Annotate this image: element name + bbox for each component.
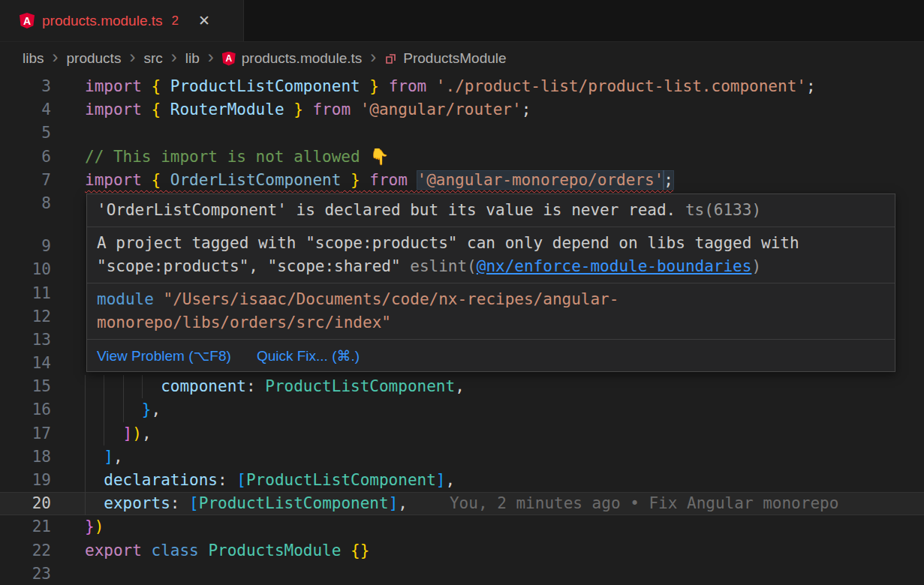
line-number[interactable]: 15 — [0, 375, 51, 398]
code-line-21[interactable]: 21}) — [0, 515, 924, 538]
code-token: : — [218, 471, 236, 489]
editor: 3import { ProductListComponent } from '.… — [0, 75, 924, 585]
code-token: [ — [189, 494, 199, 512]
hover-text-segment: "/Users/isaac/Documents/code/nx-recipes/… — [164, 290, 619, 308]
code-line-content: // This import is not allowed 👇 — [85, 146, 390, 169]
git-blame-annotation: You, 2 minutes ago • Fix Angular monorep… — [450, 494, 838, 512]
code-line-18[interactable]: 18 ], — [0, 446, 924, 469]
line-number[interactable]: 19 — [0, 469, 51, 492]
code-line-content: }) — [85, 515, 104, 538]
code-token: : — [170, 494, 189, 512]
code-line-content: declarations: [ProductListComponent], — [85, 469, 455, 492]
code-line-content: }, — [85, 398, 161, 422]
line-number[interactable]: 23 — [0, 562, 51, 585]
hover-text-segment: ts(6133) — [676, 201, 761, 219]
code-line-22[interactable]: 22export class ProductsModule {} — [0, 539, 924, 562]
breadcrumb-item-lib[interactable]: lib — [185, 50, 200, 67]
breadcrumb-label: libs — [23, 50, 44, 67]
breadcrumb-item-productsmodule[interactable]: ProductsModule — [384, 50, 506, 67]
line-number[interactable]: 9 — [0, 235, 51, 258]
indent-guide — [85, 398, 86, 422]
code-token: , — [142, 424, 152, 442]
line-number[interactable]: 5 — [0, 122, 51, 145]
breadcrumb-item-libs[interactable]: libs — [23, 50, 44, 67]
hover-text-segment: A project tagged with "scope:products" c… — [97, 234, 799, 252]
code-token: export — [85, 542, 152, 560]
hover-text-segment: "scope:products", "scope:shared" — [97, 257, 410, 275]
line-number[interactable]: 6 — [0, 146, 51, 169]
code-line-5[interactable]: 5 — [0, 122, 924, 145]
class-symbol-icon — [384, 52, 397, 65]
breadcrumb-separator: › — [207, 48, 215, 69]
code-line-19[interactable]: 19 declarations: [ProductListComponent], — [0, 469, 924, 492]
code-token: } — [341, 171, 360, 189]
indent-guide — [104, 422, 104, 446]
line-number[interactable]: 7 — [0, 169, 51, 192]
code-line-17[interactable]: 17 ]), — [0, 422, 924, 446]
code-token: { — [152, 100, 170, 118]
code-line-3[interactable]: 3import { ProductListComponent } from '.… — [0, 75, 924, 98]
line-number[interactable]: 3 — [0, 75, 51, 98]
line-number[interactable]: 12 — [0, 305, 51, 328]
code-token: ProductListComponent — [170, 77, 360, 95]
breadcrumb-separator: › — [128, 48, 136, 69]
code-line-15[interactable]: 15 component: ProductListComponent, — [0, 375, 924, 398]
code-line-content: import { ProductListComponent } from './… — [85, 75, 816, 98]
problems-count-badge: 2 — [172, 14, 179, 28]
line-number[interactable]: 4 — [0, 98, 51, 122]
code-token: ] — [436, 471, 446, 489]
breadcrumb-item-src[interactable]: src — [143, 50, 162, 67]
code-token: '@angular/router' — [360, 100, 522, 118]
breadcrumb-label: lib — [185, 50, 200, 67]
line-number[interactable]: 16 — [0, 398, 51, 422]
hover-text-segment: eslint( — [410, 257, 477, 275]
line-number[interactable]: 17 — [0, 422, 51, 446]
line-number[interactable]: 21 — [0, 515, 51, 538]
breadcrumb-item-products[interactable]: products — [67, 50, 122, 67]
eslint-rule-link[interactable]: @nx/enforce-module-boundaries — [477, 257, 752, 275]
line-number[interactable]: 20 — [0, 492, 51, 515]
code-line-content: ], — [85, 446, 123, 469]
line-number[interactable]: 18 — [0, 446, 51, 469]
hover-tooltip: 'OrderListComponent' is declared but its… — [86, 194, 895, 372]
indent-guide — [85, 422, 86, 446]
code-line-20[interactable]: 20 exports: [ProductListComponent],You, … — [0, 492, 924, 515]
line-number[interactable]: 14 — [0, 352, 51, 375]
view-problem-action[interactable]: View Problem (⌥F8) — [97, 347, 231, 364]
line-number[interactable]: 10 — [0, 258, 51, 281]
line-number[interactable]: 11 — [0, 282, 51, 305]
breadcrumb-item-products-module-ts[interactable]: Aproducts.module.ts — [222, 50, 363, 67]
code-line-content: exports: [ProductListComponent],You, 2 m… — [85, 492, 838, 515]
code-token: ) — [132, 424, 142, 442]
code-line-16[interactable]: 16 }, — [0, 398, 924, 422]
code-line-7[interactable]: 7import { OrderListComponent } from '@an… — [0, 169, 924, 192]
breadcrumb-separator: › — [170, 48, 178, 69]
code-token: './product-list/product-list.component' — [436, 77, 806, 95]
indent-guide — [104, 398, 104, 422]
line-number[interactable]: 13 — [0, 328, 51, 352]
code-token: } — [142, 400, 152, 418]
quick-fix-action[interactable]: Quick Fix... (⌘.) — [257, 347, 360, 364]
code-line-4[interactable]: 4import { RouterModule } from '@angular/… — [0, 98, 924, 122]
code-token — [341, 542, 351, 560]
breadcrumb-separator: › — [369, 48, 377, 69]
code-token: ProductsModule — [208, 542, 341, 560]
code-token: ) — [95, 518, 104, 536]
indent-guide — [142, 375, 143, 398]
code-token: import — [85, 100, 152, 118]
close-tab-icon[interactable]: ✕ — [198, 12, 210, 29]
tab-label: products.module.ts — [42, 13, 163, 29]
code-line-6[interactable]: 6// This import is not allowed 👇 — [0, 146, 924, 169]
code-token: // This import is not allowed — [85, 148, 369, 166]
breadcrumb-label: ProductsModule — [403, 50, 506, 67]
code-token — [85, 494, 104, 512]
code-token: { — [152, 77, 170, 95]
code-token — [85, 448, 104, 466]
code-line-23[interactable]: 23 — [0, 562, 924, 585]
line-number[interactable]: 22 — [0, 539, 51, 562]
line-number[interactable]: 8 — [0, 192, 51, 215]
indent-guide — [123, 375, 124, 398]
tab-products-module[interactable]: A products.module.ts 2 ✕ — [0, 0, 244, 41]
code-token: ProductListComponent — [265, 377, 455, 395]
hover-text-line: "scope:products", "scope:shared" eslint(… — [97, 255, 885, 278]
